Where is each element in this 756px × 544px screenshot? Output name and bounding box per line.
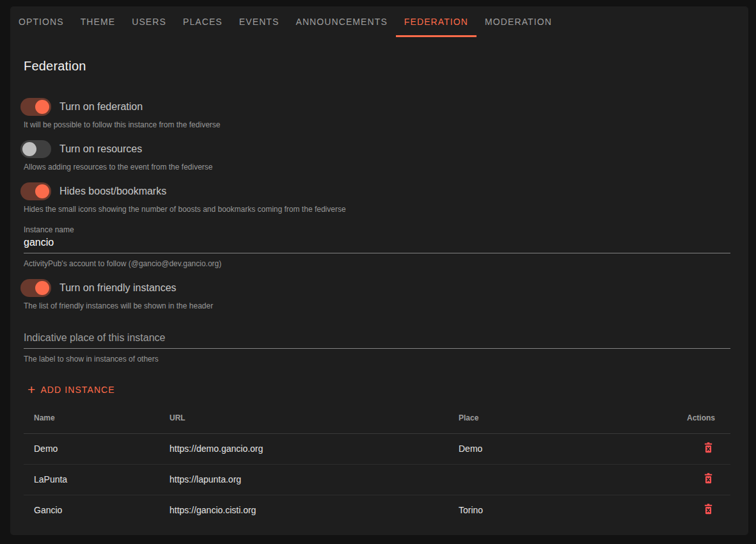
instance-name-label: Instance name	[24, 225, 730, 235]
setting-label: Turn on resources	[59, 143, 142, 155]
cell-name: Demo	[24, 433, 159, 464]
cell-place: Demo	[448, 433, 670, 464]
cell-place: Torino	[448, 495, 670, 525]
tab-theme[interactable]: THEME	[72, 6, 124, 37]
federation-toggle[interactable]	[20, 98, 51, 116]
instance-place-field: The label to show in instances of others	[24, 330, 730, 364]
setting-label: Turn on federation	[59, 101, 143, 113]
toggle-thumb	[22, 142, 36, 156]
add-instance-button[interactable]: ADD INSTANCE	[24, 382, 119, 397]
setting-hint: The list of friendly instances will be s…	[24, 301, 730, 311]
trash-icon	[703, 442, 714, 454]
cell-name: LaPunta	[24, 464, 159, 495]
admin-tab-bar: OPTIONS THEME USERS PLACES EVENTS ANNOUN…	[10, 6, 748, 37]
hide-boost-toggle[interactable]	[20, 182, 51, 200]
setting-label: Hides boost/bookmarks	[59, 186, 166, 197]
column-header-actions: Actions	[670, 403, 730, 433]
setting-friendly-instances: Turn on friendly instances The list of f…	[24, 279, 730, 311]
setting-turn-on-resources: Turn on resources Allows adding resource…	[24, 140, 730, 172]
setting-hint: Hides the small icons showing the number…	[24, 204, 730, 214]
table-row: Demo https://demo.gancio.org Demo	[24, 433, 730, 464]
friendly-instances-table: Name URL Place Actions Demo https://demo…	[24, 403, 730, 525]
instance-place-hint: The label to show in instances of others	[24, 354, 730, 364]
admin-panel-card: OPTIONS THEME USERS PLACES EVENTS ANNOUN…	[10, 6, 748, 535]
setting-hint: It will be possible to follow this insta…	[24, 120, 730, 130]
trash-icon	[703, 504, 714, 516]
table-row: LaPunta https://lapunta.org	[24, 464, 730, 495]
cell-place	[448, 464, 670, 495]
tab-events[interactable]: EVENTS	[231, 6, 288, 37]
resources-toggle[interactable]	[20, 140, 51, 158]
cell-url: https://demo.gancio.org	[159, 433, 448, 464]
setting-hides-boost-bookmarks: Hides boost/bookmarks Hides the small ic…	[24, 182, 730, 214]
tab-options[interactable]: OPTIONS	[10, 6, 72, 37]
toggle-thumb	[35, 281, 49, 295]
tab-announcements[interactable]: ANNOUNCEMENTS	[287, 6, 395, 37]
column-header-place: Place	[448, 403, 670, 433]
tab-moderation[interactable]: MODERATION	[476, 6, 560, 37]
delete-instance-button[interactable]	[702, 441, 715, 456]
setting-turn-on-federation: Turn on federation It will be possible t…	[24, 98, 730, 130]
friendly-instances-toggle[interactable]	[20, 279, 51, 297]
delete-instance-button[interactable]	[702, 472, 715, 486]
cell-url: https://gancio.cisti.org	[159, 495, 448, 525]
setting-hint: Allows adding resources to the event fro…	[24, 162, 730, 172]
instance-name-field: Instance name ActivityPub's account to f…	[24, 225, 730, 269]
table-row: Gancio https://gancio.cisti.org Torino	[24, 495, 730, 525]
page-title: Federation	[24, 59, 730, 74]
tab-users[interactable]: USERS	[123, 6, 175, 37]
cell-url: https://lapunta.org	[159, 464, 448, 495]
column-header-name: Name	[24, 403, 159, 433]
trash-icon	[703, 473, 714, 485]
cell-name: Gancio	[24, 495, 159, 525]
federation-settings-panel: Federation Turn on federation It will be…	[10, 59, 748, 535]
tab-places[interactable]: PLACES	[175, 6, 231, 37]
setting-label: Turn on friendly instances	[59, 282, 177, 294]
tab-federation[interactable]: FEDERATION	[396, 6, 476, 37]
toggle-thumb	[35, 100, 49, 114]
instance-name-hint: ActivityPub's account to follow (@gancio…	[24, 259, 730, 269]
instance-place-input[interactable]	[24, 330, 730, 349]
delete-instance-button[interactable]	[702, 502, 715, 517]
plus-icon	[28, 385, 36, 394]
add-instance-label: ADD INSTANCE	[40, 385, 114, 395]
table-header-row: Name URL Place Actions	[24, 403, 730, 433]
instance-name-input[interactable]	[24, 235, 730, 253]
column-header-url: URL	[159, 403, 448, 433]
toggle-thumb	[35, 184, 49, 198]
